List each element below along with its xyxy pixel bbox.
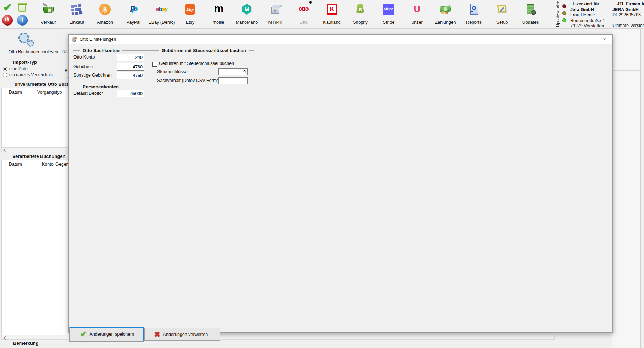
setup-icon: [496, 3, 509, 16]
gebuehren-input[interactable]: [117, 63, 144, 71]
toolbar-item-amazon[interactable]: Amazon: [91, 0, 119, 28]
unprocessed-group-header: unverarbeitete Otto Buchu: [1, 82, 68, 87]
toolbar-item-reports[interactable]: Reports: [460, 0, 488, 28]
toolbar-item-label: Verkauf: [32, 20, 65, 25]
info-icon[interactable]: [16, 14, 28, 26]
cubes-icon: [70, 3, 83, 16]
mollie-icon: [212, 3, 225, 16]
amazon-icon: [99, 3, 111, 16]
maximize-button[interactable]: [581, 35, 596, 44]
unprocessed-bookings-table[interactable]: Datum Vorgangstyp: [1, 88, 70, 148]
save-changes-button[interactable]: ✔ Änderungen speichern: [70, 327, 144, 341]
default-debitor-label: Default Debitor: [73, 90, 103, 97]
sonstige-gebuehren-input[interactable]: [117, 72, 144, 79]
unprocessed-title: unverarbeitete Otto Buchu: [15, 82, 68, 87]
notification-dot-icon: [309, 1, 312, 4]
toolbar-item-stripe[interactable]: Stripe: [374, 0, 403, 28]
dialog-gears-icon: [72, 37, 78, 43]
toolbar-item-label: Etsy: [174, 20, 206, 25]
toolbar-item-label: PayPal: [117, 20, 150, 25]
toolbar-item-paypal[interactable]: PayPal: [119, 0, 148, 28]
bemerkung-group-header: Bemerkung: [0, 341, 642, 346]
toolbar-item-updates[interactable]: Updates: [516, 0, 545, 28]
toolbar-item-label: Otto: [287, 20, 320, 25]
toolbar-item-label: Reports: [457, 20, 490, 25]
steuer-checkbox-label: Gebühren mit Steuerschlüssel buchen: [159, 61, 234, 66]
discard-changes-button[interactable]: ✖ Änderungen verwerfen: [144, 328, 220, 341]
otto-settings-dialog: Otto Einstellungen – × Otto Sachkonten O…: [68, 34, 613, 333]
toolbar-item-label: Stripe: [372, 20, 405, 25]
recycle-icon[interactable]: [16, 1, 28, 13]
toolbar-item-otto[interactable]: Otto: [289, 0, 318, 28]
toolbar-items: VerkaufEinkaufAmazonPayPalEBay (Demo)Ets…: [34, 0, 545, 28]
mt940-icon: [269, 3, 282, 16]
radio-one-file[interactable]: eine Datei: [3, 66, 28, 71]
column-konto: Konto: [42, 160, 54, 168]
sonstige-gebuehren-label: Sonstige Gebühren: [73, 72, 112, 79]
status-led-red: [562, 4, 566, 8]
background-line: [612, 70, 640, 71]
toolbar-item-label: Amazon: [89, 20, 121, 25]
dialog-body: Otto Sachkonten Otto-Konto Gebühren Sons…: [69, 44, 612, 332]
steuerschluessel-input[interactable]: [218, 68, 248, 75]
sachverhalt-input[interactable]: [218, 77, 248, 84]
toolbar-item-label: mollie: [202, 20, 235, 25]
minimize-button[interactable]: –: [565, 35, 581, 44]
column-gegenkonto: Gegen: [55, 160, 69, 168]
status-led-yellow: [562, 11, 566, 15]
steuer-checkbox[interactable]: [152, 62, 157, 67]
check-icon: ✔: [80, 330, 87, 339]
dialog-title: Otto Einstellungen: [80, 35, 116, 44]
toolbar-item-einkauf[interactable]: Einkauf: [62, 0, 91, 28]
license-street: Reutenerstraße 4: [567, 18, 611, 24]
toolbar-item-setup[interactable]: Setup: [488, 0, 516, 28]
basket-icon: [42, 3, 55, 16]
toolbar-item-manomano[interactable]: ManoMano: [233, 0, 261, 28]
toolbar-item-mt940[interactable]: MT940: [261, 0, 289, 28]
firm-company: JERA GmbH: [612, 7, 644, 13]
license-header: Lizenziert für: [573, 1, 599, 7]
toolbar-item-shopify[interactable]: Shopify: [346, 0, 374, 28]
unzer-icon: [411, 3, 423, 16]
scroll-left-icon[interactable]: [3, 336, 7, 340]
scroll-left-icon[interactable]: [3, 148, 7, 152]
otto-konto-input[interactable]: [117, 54, 144, 61]
toolbar-item-zahlungen[interactable]: Zahlungen: [431, 0, 460, 28]
toolbar-item-label: Shopify: [344, 20, 377, 25]
table-header: Datum Konto Gegen: [2, 160, 69, 168]
unprocessed-hscrollbar[interactable]: [1, 147, 69, 152]
gebuehren-label: Gebühren: [73, 63, 93, 71]
toolbar-item-mollie[interactable]: mollie: [204, 0, 233, 28]
toolbar-item-unzer[interactable]: unzer: [403, 0, 431, 28]
toolbar-item-ebay-demo[interactable]: EBay (Demo): [148, 0, 176, 28]
paypal-icon: [127, 3, 140, 16]
power-icon[interactable]: [1, 14, 13, 26]
toolbar-item-label: EBay (Demo): [145, 20, 178, 25]
radio-whole-directory[interactable]: ein ganzes Verzeichnis: [3, 72, 53, 77]
cross-icon: ✖: [154, 330, 160, 339]
toolbar-item-label: ManoMano: [231, 20, 263, 25]
import-type-title: Import-Typ: [13, 60, 37, 65]
sachkonten-title: Otto Sachkonten: [83, 48, 120, 53]
check-icon[interactable]: [1, 1, 13, 13]
read-otto-bookings-action[interactable]: Otto Buchungen einlesen: [0, 49, 67, 54]
etsy-icon: [184, 3, 196, 16]
default-debitor-input[interactable]: [117, 90, 144, 97]
toolbar-item-label: MT940: [259, 20, 292, 25]
toolbar-item-kaufland[interactable]: Kaufland: [318, 0, 346, 28]
import-type-group-header: Import-Typ: [1, 60, 67, 65]
license-company: Jera GmbH: [567, 7, 611, 13]
firm-info-box: JTL-Firmen-Info JERA GmbH DE292605706 Ul…: [612, 1, 644, 28]
bemerkung-title: Bemerkung: [13, 341, 39, 346]
manomano-icon: [240, 3, 253, 16]
processed-bookings-table[interactable]: Datum Konto Gegen: [1, 160, 70, 335]
steuerschluessel-label: Steuerschlüssel: [157, 68, 188, 75]
license-city: 79279 Vörstetten: [567, 23, 611, 29]
close-button[interactable]: ×: [596, 35, 612, 44]
background-vline: [640, 29, 641, 348]
otto-konto-label: Otto-Konto: [73, 54, 95, 61]
save-button-label: Änderungen speichern: [89, 332, 134, 337]
toolbar-item-etsy[interactable]: Etsy: [176, 0, 204, 28]
toolbar-item-verkauf[interactable]: Verkauf: [34, 0, 62, 28]
license-contact: Frau Hermle: [567, 12, 611, 18]
